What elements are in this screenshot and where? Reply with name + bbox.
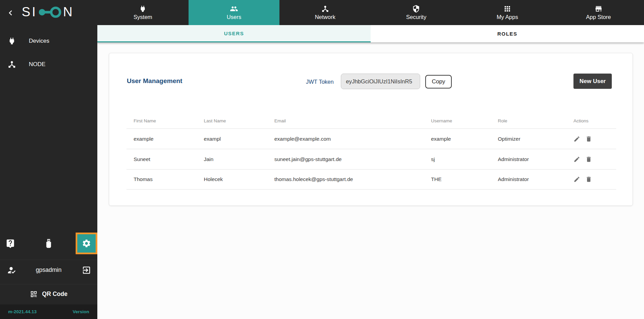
table-header-row: First Name Last Name Email Username Role…	[126, 113, 616, 128]
cell-last-name: Holecek	[204, 176, 274, 182]
cell-first-name: Thomas	[134, 176, 204, 182]
help-icon[interactable]	[5, 239, 15, 248]
usb-stick-icon[interactable]	[43, 238, 54, 249]
page-title: User Management	[127, 77, 182, 85]
sidebar-header: SI N	[0, 0, 97, 25]
back-chevron-icon[interactable]	[5, 8, 16, 18]
people-icon	[230, 5, 238, 13]
delete-icon[interactable]	[585, 136, 592, 142]
users-table: First Name Last Name Email Username Role…	[126, 113, 616, 190]
cell-email: example@example.com	[274, 136, 431, 142]
table-row: example exampl example@example.com examp…	[126, 128, 616, 149]
tab-users[interactable]: USERS	[97, 25, 371, 42]
column-header: Email	[274, 118, 431, 123]
cell-username: example	[431, 136, 498, 142]
qr-code-button[interactable]: QR Code	[0, 284, 97, 304]
cell-first-name: example	[134, 136, 204, 142]
app-root: SI N Devices NODE	[0, 0, 644, 319]
delete-icon[interactable]	[585, 176, 592, 183]
cell-actions	[573, 176, 616, 183]
cell-first-name: Suneet	[134, 156, 204, 162]
delete-icon[interactable]	[585, 156, 592, 163]
logout-icon[interactable]	[82, 265, 91, 275]
cell-role: Administrator	[498, 156, 573, 162]
nav-item-users[interactable]: Users	[189, 0, 280, 25]
sidebar-item-devices[interactable]: Devices	[0, 31, 97, 51]
version-value: m-2021.44.13	[8, 309, 37, 314]
hub-icon	[321, 5, 329, 13]
column-header: Last Name	[204, 118, 274, 123]
nav-item-system[interactable]: System	[97, 0, 189, 25]
cell-email: suneet.jain@gps-stuttgart.de	[274, 156, 431, 162]
nav-item-network[interactable]: Network	[279, 0, 371, 25]
nav-item-label: Security	[406, 14, 427, 20]
sidebar-tool-row	[0, 233, 97, 254]
cell-username: THE	[431, 176, 498, 182]
plug-icon	[139, 5, 147, 13]
column-header: Actions	[573, 118, 616, 123]
user-management-card: User Management JWT Token Copy New User …	[109, 53, 633, 206]
sidebar: SI N Devices NODE	[0, 0, 97, 319]
nav-item-label: My Apps	[496, 14, 518, 20]
settings-button[interactable]	[76, 233, 97, 254]
hub-icon	[7, 60, 16, 69]
sub-tab-bar: USERS ROLES	[97, 25, 644, 42]
column-header: First Name	[134, 118, 204, 123]
gear-icon	[82, 239, 91, 248]
nav-item-my-apps[interactable]: My Apps	[462, 0, 553, 25]
jwt-token-input[interactable]	[341, 74, 420, 89]
cell-last-name: Jain	[204, 156, 274, 162]
sicon-logo: SI N	[22, 5, 74, 19]
qr-code-icon	[30, 290, 38, 298]
jwt-token-label: JWT Token	[306, 79, 334, 85]
sidebar-item-label: NODE	[29, 61, 45, 68]
shield-icon	[412, 5, 420, 13]
nav-item-label: App Store	[586, 14, 611, 20]
edit-icon[interactable]	[573, 156, 580, 163]
logo-text-right: N	[63, 5, 74, 19]
logo-text-left: SI	[22, 5, 37, 19]
cell-actions	[573, 136, 616, 142]
new-user-button[interactable]: New User	[573, 74, 612, 89]
edit-icon[interactable]	[573, 176, 580, 183]
main-content: User Management JWT Token Copy New User …	[97, 42, 644, 319]
column-header: Username	[431, 118, 498, 123]
qr-code-label: QR Code	[42, 291, 67, 298]
table-row: Thomas Holecek thomas.holecek@gps-stuttg…	[126, 169, 616, 190]
cell-actions	[573, 156, 616, 163]
cell-role: Administrator	[498, 176, 573, 182]
nav-item-app-store[interactable]: App Store	[553, 0, 644, 25]
current-user-row: gpsadmin	[0, 260, 97, 280]
sidebar-item-node[interactable]: NODE	[0, 54, 97, 75]
apps-grid-icon	[503, 5, 511, 13]
table-row: Suneet Jain suneet.jain@gps-stuttgart.de…	[126, 149, 616, 169]
storefront-icon	[594, 5, 603, 13]
nav-item-label: System	[134, 14, 152, 20]
edit-icon[interactable]	[573, 136, 580, 142]
nav-item-label: Network	[315, 14, 335, 20]
version-bar: m-2021.44.13 Version	[0, 304, 97, 319]
plug-icon	[7, 37, 16, 45]
cell-email: thomas.holecek@gps-stuttgart.de	[274, 176, 431, 182]
tab-roles[interactable]: ROLES	[371, 25, 644, 42]
version-label: Version	[73, 309, 89, 314]
cell-username: sj	[431, 156, 498, 162]
copy-button[interactable]: Copy	[425, 75, 452, 88]
cell-role: Optimizer	[498, 136, 573, 142]
person-check-icon	[7, 265, 16, 275]
sidebar-item-label: Devices	[29, 38, 49, 44]
nav-item-security[interactable]: Security	[371, 0, 462, 25]
nav-item-label: Users	[227, 14, 241, 20]
cell-last-name: exampl	[204, 136, 274, 142]
column-header: Role	[498, 118, 573, 123]
top-nav: System Users Network Security My Apps	[97, 0, 644, 25]
logo-link-icon	[38, 5, 63, 19]
